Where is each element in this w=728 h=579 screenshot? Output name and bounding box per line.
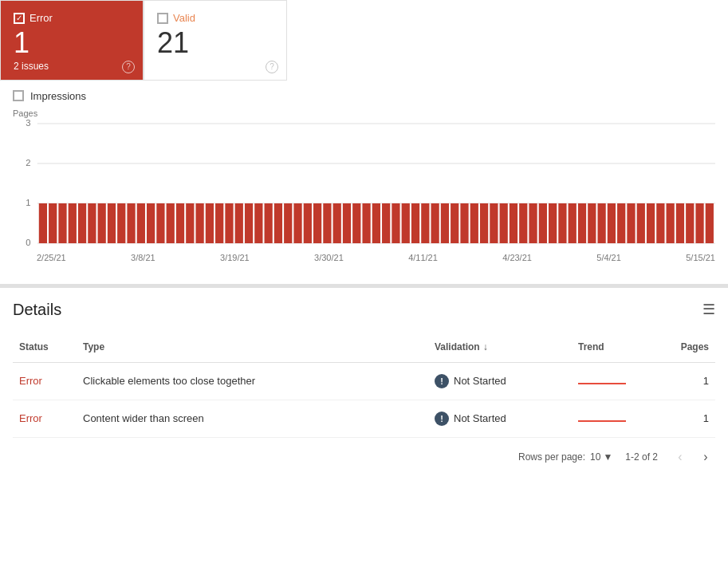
svg-rect-31 <box>265 203 273 243</box>
svg-rect-33 <box>284 203 292 243</box>
svg-rect-70 <box>647 203 655 243</box>
x-label-8: 5/15/21 <box>686 253 715 262</box>
svg-rect-73 <box>676 203 684 243</box>
svg-rect-45 <box>402 203 410 243</box>
svg-rect-67 <box>617 203 625 243</box>
row1-pages: 1 <box>667 362 715 400</box>
svg-rect-29 <box>245 203 253 243</box>
svg-rect-30 <box>254 203 262 243</box>
svg-rect-8 <box>39 203 47 243</box>
x-label-7: 5/4/21 <box>596 253 621 262</box>
not-started-icon-2: ! <box>435 412 449 426</box>
trend-line-1 <box>578 383 626 384</box>
valid-label: Valid <box>173 12 195 24</box>
th-pages: Pages <box>667 335 715 363</box>
svg-rect-26 <box>215 203 223 243</box>
svg-rect-49 <box>441 203 449 243</box>
error-card[interactable]: ✓ Error 1 2 issues ? <box>0 0 144 81</box>
svg-rect-44 <box>392 203 399 243</box>
svg-rect-55 <box>500 203 508 243</box>
chart-bars <box>39 203 714 243</box>
svg-text:2: 2 <box>26 158 30 167</box>
svg-rect-51 <box>460 203 468 243</box>
svg-rect-54 <box>490 203 498 243</box>
svg-rect-19 <box>147 203 155 243</box>
svg-rect-68 <box>627 203 635 243</box>
svg-text:3: 3 <box>26 120 30 128</box>
row2-trend <box>572 400 667 437</box>
svg-rect-18 <box>137 203 145 243</box>
svg-rect-11 <box>69 203 77 243</box>
svg-rect-40 <box>352 203 360 243</box>
row2-type: Content wider than screen <box>77 400 428 437</box>
chart-area: 3 2 1 0 // This is in SVG, won't execute… <box>13 120 715 263</box>
row1-validation: ! Not Started <box>428 362 572 400</box>
error-checkbox[interactable]: ✓ <box>14 13 25 24</box>
th-validation[interactable]: Validation ↓ <box>428 335 572 363</box>
svg-rect-34 <box>293 203 301 243</box>
error-help-icon[interactable]: ? <box>122 61 135 73</box>
svg-rect-37 <box>323 203 331 243</box>
svg-rect-10 <box>58 203 66 243</box>
svg-rect-36 <box>313 203 321 243</box>
svg-rect-61 <box>558 203 566 243</box>
svg-rect-66 <box>608 203 616 243</box>
row2-pages: 1 <box>667 400 715 437</box>
svg-rect-35 <box>304 203 312 243</box>
page-info: 1-2 of 2 <box>625 451 658 463</box>
svg-rect-27 <box>225 203 233 243</box>
svg-rect-14 <box>98 203 106 243</box>
svg-rect-60 <box>549 203 557 243</box>
svg-rect-41 <box>362 203 370 243</box>
svg-text:0: 0 <box>26 238 30 247</box>
valid-number: 21 <box>157 27 270 59</box>
rows-per-page-label: Rows per page: <box>518 451 585 463</box>
svg-rect-23 <box>186 203 194 243</box>
x-label-2: 3/8/21 <box>131 253 155 262</box>
th-status: Status <box>13 335 77 363</box>
svg-rect-64 <box>588 203 596 243</box>
pagination-row: Rows per page: 10 ▼ 1-2 of 2 ‹ › <box>13 438 715 470</box>
rows-select[interactable]: 10 ▼ <box>590 451 612 463</box>
svg-rect-16 <box>117 203 125 243</box>
valid-checkbox[interactable] <box>157 13 168 24</box>
svg-rect-15 <box>108 203 116 243</box>
svg-rect-22 <box>176 203 184 243</box>
row2-status: Error <box>13 400 77 437</box>
th-trend: Trend <box>572 335 667 363</box>
svg-rect-39 <box>343 203 351 243</box>
x-label-6: 4/23/21 <box>502 253 532 262</box>
svg-rect-56 <box>510 203 517 243</box>
prev-page-button[interactable]: ‹ <box>671 447 690 467</box>
svg-text:1: 1 <box>26 198 30 207</box>
svg-rect-75 <box>695 203 703 243</box>
next-page-button[interactable]: › <box>696 447 715 467</box>
rows-dropdown-icon[interactable]: ▼ <box>603 451 612 463</box>
svg-rect-52 <box>470 203 478 243</box>
svg-rect-20 <box>156 203 164 243</box>
svg-rect-17 <box>127 203 135 243</box>
svg-rect-12 <box>78 203 86 243</box>
chart-x-labels: 2/25/21 3/8/21 3/19/21 3/30/21 4/11/21 4… <box>13 250 715 262</box>
table-header-row: Status Type Validation ↓ Trend Pages <box>13 335 715 363</box>
sort-icon: ↓ <box>483 341 488 353</box>
details-table: Status Type Validation ↓ Trend Pages <box>13 335 715 438</box>
filter-icon[interactable]: ☰ <box>702 301 715 318</box>
valid-card[interactable]: Valid 21 ? <box>144 0 287 81</box>
row2-validation: ! Not Started <box>428 400 572 437</box>
chart-y-label: Pages <box>13 108 715 118</box>
svg-rect-32 <box>274 203 282 243</box>
svg-rect-69 <box>637 203 645 243</box>
svg-rect-53 <box>480 203 488 243</box>
svg-rect-58 <box>529 203 537 243</box>
svg-rect-47 <box>421 203 429 243</box>
error-number: 1 <box>14 27 127 59</box>
svg-rect-38 <box>333 203 341 243</box>
svg-rect-46 <box>411 203 419 243</box>
valid-help-icon[interactable]: ? <box>266 61 278 73</box>
svg-rect-50 <box>451 203 458 243</box>
impressions-label: Impressions <box>30 90 86 102</box>
impressions-checkbox[interactable] <box>13 90 24 101</box>
x-label-1: 2/25/21 <box>37 253 66 262</box>
svg-rect-72 <box>667 203 675 243</box>
